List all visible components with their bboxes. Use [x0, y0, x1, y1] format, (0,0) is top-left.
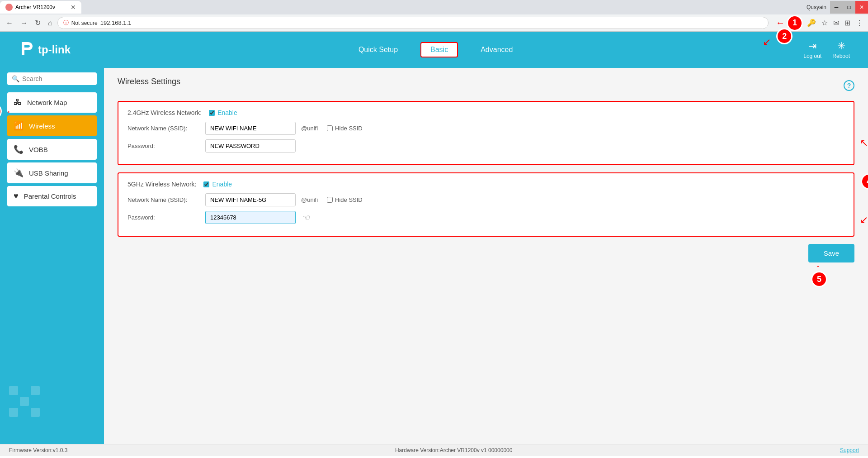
forward-button[interactable]: →: [18, 18, 30, 28]
support-link[interactable]: Support: [840, 447, 859, 453]
sidebar-label-usb-sharing: USB Sharing: [29, 169, 68, 177]
menu-icon[interactable]: ⋮: [854, 17, 864, 29]
refresh-button[interactable]: ↻: [33, 18, 43, 28]
hardware-version: Hardware Version:Archer VR1200v v1 00000…: [395, 447, 513, 453]
close-button[interactable]: ✕: [855, 1, 868, 14]
reboot-label: Reboot: [832, 53, 850, 59]
band5-hide-ssid-checkbox[interactable]: [327, 197, 333, 203]
tab-advanced[interactable]: Advanced: [472, 43, 522, 57]
band24-password-input[interactable]: [205, 139, 296, 153]
band24-enable-text: Enable: [217, 109, 237, 116]
band24-enable-checkbox[interactable]: [209, 110, 215, 116]
save-button[interactable]: Save: [808, 244, 854, 262]
firmware-version: Firmware Version:v1.0.3: [9, 447, 67, 453]
logout-icon: ⇥: [808, 40, 816, 52]
band5-enable-text: Enable: [212, 181, 232, 188]
window-title-bar: Archer VR1200v ✕ Qusyain ─ □ ✕: [0, 0, 868, 14]
minimize-button[interactable]: ─: [830, 1, 843, 14]
tab-title: Archer VR1200v: [15, 4, 55, 10]
ann-arrow-4b: ↙: [860, 214, 868, 226]
header-actions: ⇥ Log out ✳ Reboot: [803, 40, 850, 59]
band24-hide-ssid-checkbox[interactable]: [327, 125, 333, 131]
sidebar-item-usb-sharing[interactable]: 🔌 USB Sharing: [7, 162, 97, 183]
not-secure-label: Not secure: [71, 20, 98, 26]
maximize-button[interactable]: □: [843, 1, 855, 14]
router-page: tp-link Quick Setup Basic Advanced ↙ 2 ⇥…: [0, 32, 868, 456]
band24-hide-ssid-text: Hide SSID: [335, 125, 363, 132]
content-area: Wireless Settings ? 4 ↖ ↙ 2.4GHz Wireles…: [104, 68, 868, 444]
band24-ssid-label: Network Name (SSID):: [127, 125, 200, 132]
vobb-icon: 📞: [14, 144, 24, 154]
sidebar-item-network-map[interactable]: 🖧 Network Map: [7, 92, 97, 113]
tab-close-button[interactable]: ✕: [71, 4, 76, 11]
band5-ssid-row: Network Name (SSID): @unifi Hide SSID: [127, 193, 844, 206]
sidebar-label-vobb: VOBB: [29, 146, 48, 153]
star-icon[interactable]: ☆: [820, 17, 829, 29]
ann-arrow-3: →: [2, 106, 12, 118]
band5-hide-ssid-label[interactable]: Hide SSID: [327, 196, 363, 203]
annotation-circle-4: 4: [861, 173, 868, 190]
lock-icon: ⓘ: [63, 19, 69, 27]
band5-enable-checkbox[interactable]: [203, 181, 209, 187]
tab-basic[interactable]: Basic: [420, 42, 458, 57]
nav-tabs: Quick Setup Basic Advanced: [81, 42, 790, 57]
search-input[interactable]: [22, 75, 101, 82]
band24-header: 2.4GHz Wireless Network: Enable: [127, 109, 844, 116]
tab-new-area: [81, 1, 172, 14]
save-area: Save 5 ↑: [118, 244, 854, 262]
sidebar-decoration: [9, 386, 40, 417]
band5-ssid-input[interactable]: [205, 193, 296, 206]
band24-enable-label[interactable]: Enable: [209, 109, 237, 116]
usb-sharing-icon: 🔌: [14, 168, 24, 178]
address-bar[interactable]: ⓘ Not secure ←: [57, 17, 769, 29]
band24-ssid-input[interactable]: [205, 122, 296, 135]
band5-password-label: Password:: [127, 214, 200, 221]
router-footer: Firmware Version:v1.0.3 Hardware Version…: [0, 444, 868, 456]
band5-password-row: Password: ☜: [127, 211, 844, 224]
band5-enable-label[interactable]: Enable: [203, 181, 232, 188]
window-controls: Qusyain ─ □ ✕: [803, 1, 868, 14]
browser-toolbar: ← → ↻ ⌂ ⓘ Not secure ← ← 1 🔑 ☆ ✉ ⊞ ⋮: [0, 14, 868, 32]
band5-hide-ssid-text: Hide SSID: [335, 196, 363, 203]
band24-card: 2.4GHz Wireless Network: Enable Network …: [118, 101, 854, 165]
help-icon[interactable]: ?: [844, 80, 854, 91]
ann-arrow-2: ↙: [763, 36, 771, 48]
sidebar-item-vobb[interactable]: 📞 VOBB: [7, 139, 97, 160]
sidebar-item-wireless[interactable]: 📶 Wireless: [7, 115, 97, 136]
search-icon: 🔍: [12, 75, 19, 82]
sidebar-label-wireless: Wireless: [29, 122, 55, 130]
band24-hide-ssid-label[interactable]: Hide SSID: [327, 125, 363, 132]
annotation-arrow-left-1: ←: [776, 18, 785, 28]
annotation-circle-1: 1: [787, 15, 803, 31]
band24-password-label: Password:: [127, 143, 200, 149]
wireless-icon: 📶: [14, 121, 24, 131]
toolbar-icons: 🔑 ☆ ✉ ⊞ ⋮: [806, 17, 864, 29]
band5-password-input[interactable]: [205, 211, 296, 224]
address-input[interactable]: [100, 19, 763, 26]
band5-title: 5GHz Wireless Network:: [127, 181, 196, 188]
tp-link-logo-icon: [18, 40, 34, 60]
band5-ssid-suffix: @unifi: [301, 196, 318, 203]
band24-ssid-suffix: @unifi: [301, 125, 318, 132]
logout-button[interactable]: ⇥ Log out: [803, 40, 821, 59]
apps-icon[interactable]: ⊞: [843, 17, 852, 29]
browser-tab[interactable]: Archer VR1200v ✕: [0, 1, 81, 14]
sidebar-item-parental-controls[interactable]: ♥ Parental Controls: [7, 186, 97, 206]
key-icon[interactable]: 🔑: [806, 17, 817, 29]
tab-quick-setup[interactable]: Quick Setup: [349, 43, 407, 57]
home-button[interactable]: ⌂: [46, 18, 55, 28]
username-display: Qusyain: [803, 4, 830, 10]
router-main: 🔍 3 → 🖧 Network Map 📶 Wireless 📞 VOBB: [0, 68, 868, 444]
sidebar-label-network-map: Network Map: [27, 99, 67, 106]
parental-controls-icon: ♥: [14, 191, 19, 201]
content-title: Wireless Settings: [118, 77, 180, 86]
band5-card: 5GHz Wireless Network: Enable Network Na…: [118, 172, 854, 237]
back-button[interactable]: ←: [4, 18, 15, 28]
band5-header: 5GHz Wireless Network: Enable: [127, 181, 844, 188]
band24-title: 2.4GHz Wireless Network:: [127, 109, 202, 116]
annotation-circle-2: 2: [776, 28, 793, 44]
search-box[interactable]: 🔍: [7, 72, 97, 85]
mail-icon[interactable]: ✉: [832, 17, 840, 29]
reboot-button[interactable]: ✳ Reboot: [832, 40, 850, 59]
router-header: tp-link Quick Setup Basic Advanced ↙ 2 ⇥…: [0, 32, 868, 68]
